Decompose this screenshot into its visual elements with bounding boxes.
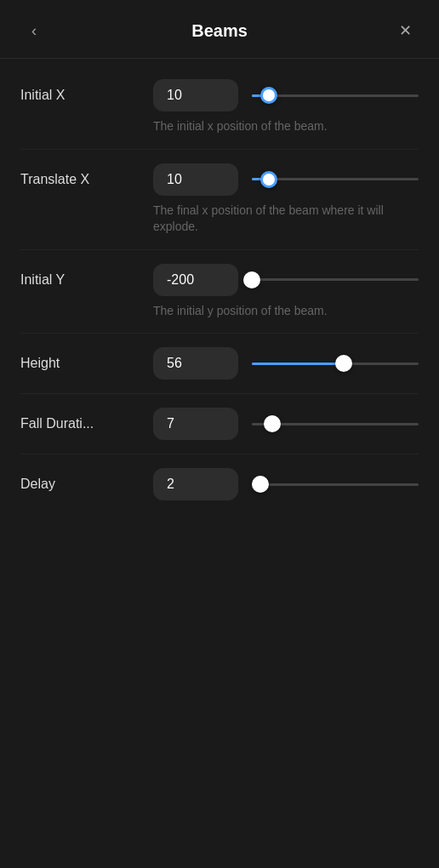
param-slider-fall-duration[interactable] (252, 423, 419, 425)
param-label-height: Height (20, 356, 140, 371)
param-row-fall-duration: Fall Durati... 7 (0, 394, 439, 454)
param-input-initial-y[interactable]: -200 (153, 264, 238, 296)
param-slider-initial-x[interactable] (252, 94, 419, 97)
slider-thumb-initial-x[interactable] (260, 87, 277, 104)
slider-thumb-fall-duration[interactable] (264, 415, 281, 432)
param-row-delay: Delay 2 (0, 454, 439, 514)
param-row-height: Height 56 (0, 334, 439, 393)
param-description-initial-y: The initial y position of the beam. (153, 303, 419, 320)
header: ‹ Beams ✕ (0, 0, 439, 59)
close-button[interactable]: ✕ (391, 17, 419, 44)
slider-thumb-initial-y[interactable] (243, 271, 260, 288)
param-main-translate-x: Translate X 10 (20, 163, 419, 196)
back-icon: ‹ (31, 22, 37, 40)
param-slider-delay[interactable] (252, 483, 419, 486)
param-row-translate-x: Translate X 10 The final x position of t… (0, 150, 439, 249)
slider-track-initial-x (252, 94, 419, 97)
slider-fill-height (252, 363, 344, 365)
param-label-translate-x: Translate X (20, 172, 140, 187)
param-row-initial-x: Initial X 10 The initial x position of t… (0, 66, 439, 149)
param-description-initial-x: The initial x position of the beam. (153, 118, 419, 135)
param-main-fall-duration: Fall Durati... 7 (20, 408, 419, 440)
param-input-initial-x[interactable]: 10 (153, 79, 238, 111)
slider-track-delay (252, 483, 419, 486)
param-label-fall-duration: Fall Durati... (20, 416, 140, 431)
slider-thumb-delay[interactable] (252, 476, 269, 493)
param-input-delay[interactable]: 2 (153, 468, 238, 500)
slider-thumb-height[interactable] (335, 355, 352, 372)
slider-track-height (252, 363, 419, 365)
param-label-initial-y: Initial Y (20, 272, 140, 288)
param-input-fall-duration[interactable]: 7 (153, 408, 238, 440)
param-description-translate-x: The final x position of the beam where i… (153, 203, 419, 236)
slider-track-translate-x (252, 178, 419, 180)
param-main-initial-y: Initial Y -200 (20, 264, 419, 296)
close-icon: ✕ (399, 21, 412, 40)
slider-track-fall-duration (252, 423, 419, 425)
content: Initial X 10 The initial x position of t… (0, 59, 439, 521)
param-slider-initial-y[interactable] (252, 278, 419, 281)
param-main-initial-x: Initial X 10 (20, 79, 419, 111)
param-label-initial-x: Initial X (20, 88, 140, 103)
page-title: Beams (48, 21, 391, 41)
param-input-translate-x[interactable]: 10 (153, 163, 238, 196)
slider-thumb-translate-x[interactable] (260, 171, 277, 188)
param-slider-translate-x[interactable] (252, 178, 419, 180)
back-button[interactable]: ‹ (20, 17, 48, 44)
param-main-delay: Delay 2 (20, 468, 419, 500)
param-label-delay: Delay (20, 477, 140, 492)
param-row-initial-y: Initial Y -200 The initial y position of… (0, 250, 439, 334)
slider-track-initial-y (252, 278, 419, 281)
param-input-height[interactable]: 56 (153, 347, 238, 380)
param-main-height: Height 56 (20, 347, 419, 380)
param-slider-height[interactable] (252, 363, 419, 365)
